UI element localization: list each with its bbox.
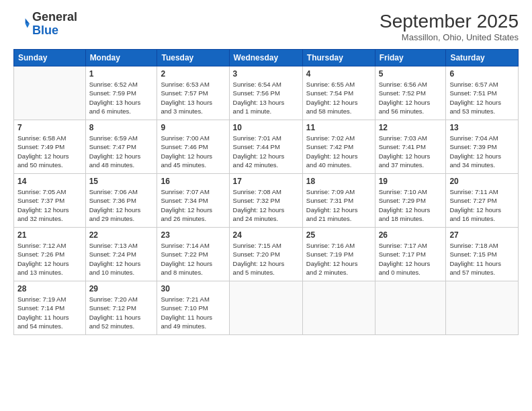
- day-info: Sunrise: 7:13 AM Sunset: 7:24 PM Dayligh…: [89, 241, 154, 277]
- logo-text: General Blue: [32, 11, 77, 38]
- day-number: 21: [17, 230, 82, 240]
- day-info: Sunrise: 6:56 AM Sunset: 7:52 PM Dayligh…: [379, 80, 443, 116]
- day-info: Sunrise: 7:18 AM Sunset: 7:15 PM Dayligh…: [449, 241, 515, 277]
- header-monday: Monday: [85, 50, 157, 66]
- calendar-cell: 11Sunrise: 7:02 AM Sunset: 7:42 PM Dayli…: [302, 120, 375, 174]
- day-info: Sunrise: 7:12 AM Sunset: 7:26 PM Dayligh…: [17, 241, 82, 277]
- day-number: 15: [89, 177, 154, 186]
- calendar-cell: 17Sunrise: 7:08 AM Sunset: 7:32 PM Dayli…: [229, 174, 302, 228]
- calendar-cell: 21Sunrise: 7:12 AM Sunset: 7:26 PM Dayli…: [14, 228, 86, 281]
- calendar-cell: [14, 66, 86, 120]
- calendar-cell: 24Sunrise: 7:15 AM Sunset: 7:20 PM Dayli…: [229, 228, 302, 281]
- day-number: 9: [161, 123, 225, 132]
- calendar-cell: 4Sunrise: 6:55 AM Sunset: 7:54 PM Daylig…: [302, 66, 375, 120]
- calendar-week-1: 1Sunrise: 6:52 AM Sunset: 7:59 PM Daylig…: [14, 66, 519, 120]
- day-info: Sunrise: 7:05 AM Sunset: 7:37 PM Dayligh…: [17, 187, 82, 223]
- day-number: 11: [306, 123, 371, 132]
- day-number: 25: [306, 230, 371, 240]
- day-number: 30: [161, 284, 225, 293]
- calendar-cell: [375, 281, 446, 335]
- calendar-cell: 2Sunrise: 6:53 AM Sunset: 7:57 PM Daylig…: [157, 66, 229, 120]
- day-number: 6: [449, 69, 515, 79]
- day-info: Sunrise: 7:20 AM Sunset: 7:12 PM Dayligh…: [89, 295, 154, 330]
- calendar-week-5: 28Sunrise: 7:19 AM Sunset: 7:14 PM Dayli…: [14, 281, 519, 335]
- day-info: Sunrise: 7:15 AM Sunset: 7:20 PM Dayligh…: [233, 241, 299, 277]
- day-info: Sunrise: 7:14 AM Sunset: 7:22 PM Dayligh…: [161, 241, 225, 277]
- calendar-cell: 27Sunrise: 7:18 AM Sunset: 7:15 PM Dayli…: [446, 228, 519, 281]
- calendar-cell: 22Sunrise: 7:13 AM Sunset: 7:24 PM Dayli…: [85, 228, 157, 281]
- day-number: 14: [17, 177, 82, 186]
- day-number: 18: [306, 177, 371, 186]
- calendar-cell: 14Sunrise: 7:05 AM Sunset: 7:37 PM Dayli…: [14, 174, 86, 228]
- calendar-table: Sunday Monday Tuesday Wednesday Thursday…: [13, 49, 519, 335]
- calendar-cell: 30Sunrise: 7:21 AM Sunset: 7:10 PM Dayli…: [157, 281, 229, 335]
- day-number: 2: [161, 69, 225, 79]
- calendar-week-4: 21Sunrise: 7:12 AM Sunset: 7:26 PM Dayli…: [14, 228, 519, 281]
- logo-blue: Blue: [32, 24, 58, 37]
- svg-marker-1: [26, 24, 30, 28]
- header-sunday: Sunday: [14, 50, 86, 66]
- day-info: Sunrise: 6:55 AM Sunset: 7:54 PM Dayligh…: [306, 80, 371, 116]
- calendar-cell: 9Sunrise: 7:00 AM Sunset: 7:46 PM Daylig…: [157, 120, 229, 174]
- header: General Blue September 2025 Massillon, O…: [13, 11, 519, 42]
- day-number: 19: [379, 177, 443, 186]
- day-info: Sunrise: 7:10 AM Sunset: 7:29 PM Dayligh…: [379, 187, 443, 223]
- day-info: Sunrise: 7:04 AM Sunset: 7:39 PM Dayligh…: [449, 134, 515, 169]
- calendar-cell: 18Sunrise: 7:09 AM Sunset: 7:31 PM Dayli…: [302, 174, 375, 228]
- day-number: 26: [379, 230, 443, 240]
- calendar-cell: 3Sunrise: 6:54 AM Sunset: 7:56 PM Daylig…: [229, 66, 302, 120]
- header-saturday: Saturday: [446, 50, 519, 66]
- day-number: 17: [233, 177, 299, 186]
- day-info: Sunrise: 6:54 AM Sunset: 7:56 PM Dayligh…: [233, 80, 299, 116]
- calendar-header-row: Sunday Monday Tuesday Wednesday Thursday…: [14, 50, 519, 66]
- calendar-cell: 26Sunrise: 7:17 AM Sunset: 7:17 PM Dayli…: [375, 228, 446, 281]
- day-info: Sunrise: 7:09 AM Sunset: 7:31 PM Dayligh…: [306, 187, 371, 223]
- calendar-cell: 19Sunrise: 7:10 AM Sunset: 7:29 PM Dayli…: [375, 174, 446, 228]
- calendar-cell: 12Sunrise: 7:03 AM Sunset: 7:41 PM Dayli…: [375, 120, 446, 174]
- day-info: Sunrise: 6:59 AM Sunset: 7:47 PM Dayligh…: [89, 134, 154, 169]
- day-number: 1: [89, 69, 154, 79]
- calendar-cell: 20Sunrise: 7:11 AM Sunset: 7:27 PM Dayli…: [446, 174, 519, 228]
- calendar-cell: 13Sunrise: 7:04 AM Sunset: 7:39 PM Dayli…: [446, 120, 519, 174]
- day-info: Sunrise: 7:08 AM Sunset: 7:32 PM Dayligh…: [233, 187, 299, 223]
- calendar-cell: 8Sunrise: 6:59 AM Sunset: 7:47 PM Daylig…: [85, 120, 157, 174]
- header-tuesday: Tuesday: [157, 50, 229, 66]
- day-number: 13: [449, 123, 515, 132]
- day-number: 27: [449, 230, 515, 240]
- calendar-week-2: 7Sunrise: 6:58 AM Sunset: 7:49 PM Daylig…: [14, 120, 519, 174]
- day-number: 29: [89, 284, 154, 293]
- day-number: 3: [233, 69, 299, 79]
- calendar-cell: 6Sunrise: 6:57 AM Sunset: 7:51 PM Daylig…: [446, 66, 519, 120]
- day-number: 24: [233, 230, 299, 240]
- day-number: 8: [89, 123, 154, 132]
- calendar-cell: [446, 281, 519, 335]
- day-info: Sunrise: 7:11 AM Sunset: 7:27 PM Dayligh…: [449, 187, 515, 223]
- day-info: Sunrise: 6:57 AM Sunset: 7:51 PM Dayligh…: [449, 80, 515, 116]
- day-number: 23: [161, 230, 225, 240]
- day-number: 7: [17, 123, 82, 132]
- day-number: 4: [306, 69, 371, 79]
- calendar-cell: 23Sunrise: 7:14 AM Sunset: 7:22 PM Dayli…: [157, 228, 229, 281]
- logo: General Blue: [13, 11, 77, 38]
- title-block: September 2025 Massillon, Ohio, United S…: [380, 11, 519, 42]
- calendar-cell: 15Sunrise: 7:06 AM Sunset: 7:36 PM Dayli…: [85, 174, 157, 228]
- day-info: Sunrise: 7:02 AM Sunset: 7:42 PM Dayligh…: [306, 134, 371, 169]
- day-number: 28: [17, 284, 82, 293]
- location: Massillon, Ohio, United States: [380, 32, 519, 42]
- calendar-cell: 25Sunrise: 7:16 AM Sunset: 7:19 PM Dayli…: [302, 228, 375, 281]
- logo-icon: [13, 16, 30, 32]
- month-title: September 2025: [380, 11, 519, 32]
- calendar-cell: 7Sunrise: 6:58 AM Sunset: 7:49 PM Daylig…: [14, 120, 86, 174]
- day-info: Sunrise: 6:52 AM Sunset: 7:59 PM Dayligh…: [89, 80, 154, 116]
- day-number: 10: [233, 123, 299, 132]
- day-info: Sunrise: 7:16 AM Sunset: 7:19 PM Dayligh…: [306, 241, 371, 277]
- calendar-cell: 28Sunrise: 7:19 AM Sunset: 7:14 PM Dayli…: [14, 281, 86, 335]
- day-number: 20: [449, 177, 515, 186]
- calendar-cell: [229, 281, 302, 335]
- logo-general: General: [32, 10, 77, 24]
- page: General Blue September 2025 Massillon, O…: [0, 0, 532, 411]
- day-info: Sunrise: 7:03 AM Sunset: 7:41 PM Dayligh…: [379, 134, 443, 169]
- day-info: Sunrise: 7:01 AM Sunset: 7:44 PM Dayligh…: [233, 134, 299, 169]
- calendar-cell: 16Sunrise: 7:07 AM Sunset: 7:34 PM Dayli…: [157, 174, 229, 228]
- header-friday: Friday: [375, 50, 446, 66]
